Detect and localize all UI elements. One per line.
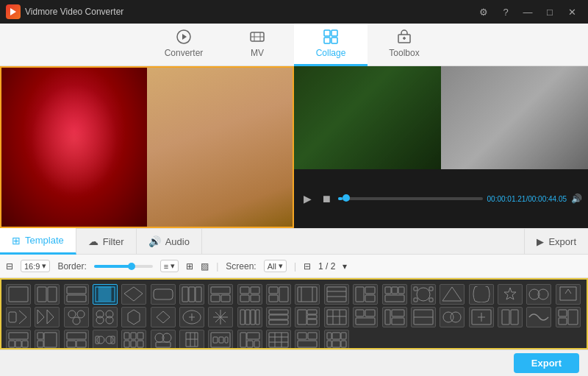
svg-rect-47 [385, 295, 404, 302]
svg-rect-24 [196, 287, 201, 302]
screen-value: All [268, 262, 276, 271]
page-chevron[interactable]: ▾ [343, 261, 347, 272]
border-slider[interactable] [94, 265, 153, 268]
template-cell-29[interactable] [266, 307, 291, 327]
svg-rect-98 [37, 333, 43, 339]
svg-point-48 [417, 288, 430, 301]
export-tab-label: Export [548, 236, 576, 247]
template-cell-37[interactable] [498, 307, 523, 327]
template-cell-46[interactable] [179, 330, 204, 350]
template-cell-44[interactable] [121, 330, 146, 350]
template-cell-28[interactable] [237, 307, 262, 327]
tab-collage[interactable]: Collage [294, 24, 368, 66]
template-cell-6[interactable] [179, 284, 204, 305]
template-cell-41[interactable] [35, 330, 60, 350]
stop-button[interactable]: ⏹ [319, 191, 334, 206]
template-cell-19[interactable] [556, 284, 581, 305]
export-main-button[interactable]: Export [514, 353, 579, 373]
aspect-ratio-select[interactable]: 16:9 ▾ [21, 260, 50, 272]
template-cell-21[interactable] [35, 307, 60, 327]
template-cell-32[interactable] [353, 307, 378, 327]
seek-bar[interactable] [338, 197, 483, 200]
minimize-button[interactable]: — [517, 4, 538, 19]
template-cell-5[interactable] [151, 284, 176, 305]
template-cell-40[interactable] [6, 330, 31, 350]
template-cell-9[interactable] [266, 284, 291, 305]
template-cell-14[interactable] [411, 284, 436, 305]
svg-rect-78 [356, 310, 364, 316]
tool-tab-audio[interactable]: 🔊 Audio [137, 228, 202, 255]
tab-mv[interactable]: MV [220, 24, 294, 66]
template-cell-48[interactable] [237, 330, 262, 350]
tool-tab-filter[interactable]: ☁ Filter [76, 228, 137, 255]
template-cell-49[interactable] [266, 330, 291, 350]
settings-button[interactable]: ⚙ [473, 4, 494, 19]
svg-point-104 [97, 336, 104, 344]
template-cell-13[interactable] [382, 284, 407, 305]
template-cell-50[interactable] [295, 330, 320, 350]
template-cell-31[interactable] [324, 307, 349, 327]
bottom-bar: Export [0, 350, 588, 376]
converter-icon [176, 29, 192, 45]
template-cell-2[interactable] [64, 284, 89, 305]
tab-bar: Converter MV Collage [0, 24, 588, 66]
template-cell-27[interactable] [208, 307, 233, 327]
template-cell-43[interactable] [93, 330, 118, 350]
template-cell-42[interactable] [64, 330, 89, 350]
svg-rect-99 [44, 333, 57, 347]
svg-rect-82 [392, 310, 404, 316]
svg-rect-121 [240, 333, 246, 347]
template-cell-0[interactable] [6, 284, 31, 305]
template-cell-24[interactable] [121, 307, 146, 327]
template-cell-23[interactable] [93, 307, 118, 327]
export-tab[interactable]: ▶ Export [524, 228, 588, 255]
template-cell-33[interactable] [382, 307, 407, 327]
template-cell-8[interactable] [237, 284, 262, 305]
template-cell-30[interactable] [295, 307, 320, 327]
screen-chevron: ▾ [279, 261, 283, 271]
template-cell-18[interactable] [526, 284, 551, 305]
screen-select[interactable]: All ▾ [264, 260, 287, 272]
svg-rect-41 [356, 287, 364, 302]
template-cell-4[interactable] [121, 284, 146, 305]
svg-rect-120 [225, 337, 228, 343]
tab-converter[interactable]: Converter [147, 24, 220, 66]
template-cell-17[interactable] [498, 284, 523, 305]
template-cell-7[interactable] [208, 284, 233, 305]
template-cell-34[interactable] [411, 307, 436, 327]
tool-tab-template[interactable]: ⊞ Template [0, 228, 76, 255]
template-cell-1[interactable] [35, 284, 60, 305]
template-cell-35[interactable] [440, 307, 465, 327]
border-label: Border: [57, 261, 86, 272]
close-button[interactable]: ✕ [562, 4, 582, 19]
template-cell-20[interactable] [6, 307, 31, 327]
template-cell-10[interactable] [295, 284, 320, 305]
help-button[interactable]: ? [495, 4, 516, 19]
template-cell-12[interactable] [353, 284, 378, 305]
play-button[interactable]: ▶ [300, 191, 315, 206]
page-icon: ⊟ [304, 261, 311, 272]
volume-icon[interactable]: 🔊 [571, 194, 582, 204]
template-cell-36[interactable] [469, 307, 494, 327]
template-cell-11[interactable] [324, 284, 349, 305]
template-cell-16[interactable] [469, 284, 494, 305]
aspect-ratio-chevron: ▾ [42, 261, 46, 271]
template-cell-3[interactable] [93, 284, 118, 305]
svg-rect-94 [9, 333, 28, 339]
template-cell-15[interactable] [440, 284, 465, 305]
template-cell-25[interactable] [151, 307, 176, 327]
template-cell-47[interactable] [208, 330, 233, 350]
template-cell-39[interactable] [556, 307, 581, 327]
tab-toolbox[interactable]: Toolbox [368, 24, 441, 66]
svg-rect-52 [429, 298, 433, 302]
maximize-button[interactable]: □ [539, 4, 560, 19]
template-cell-22[interactable] [64, 307, 89, 327]
template-cell-45[interactable] [151, 330, 176, 350]
svg-rect-31 [251, 295, 259, 302]
svg-rect-33 [279, 287, 288, 302]
right-preview-top [294, 66, 588, 169]
border-style-select[interactable]: ≡ ▾ [160, 260, 179, 272]
template-cell-26[interactable] [179, 307, 204, 327]
template-cell-38[interactable] [526, 307, 551, 327]
template-cell-51[interactable] [324, 330, 349, 350]
